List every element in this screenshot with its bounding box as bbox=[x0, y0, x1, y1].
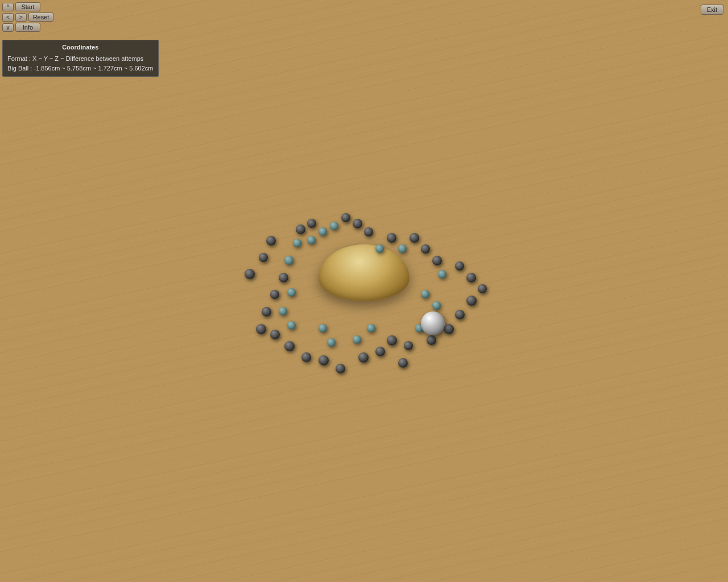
reset-button[interactable]: Reset bbox=[28, 13, 53, 22]
ball-2 bbox=[266, 236, 276, 246]
ball-35 bbox=[455, 261, 464, 271]
controls-row-1: ^ Start bbox=[2, 2, 53, 11]
ball-45 bbox=[341, 213, 350, 222]
arrow-down-button[interactable]: v bbox=[2, 23, 14, 32]
info-panel-title: Coordinates bbox=[7, 43, 154, 53]
ball-47 bbox=[318, 227, 327, 236]
ball-0 bbox=[245, 269, 255, 279]
start-button[interactable]: Start bbox=[15, 2, 40, 11]
ball-44 bbox=[353, 219, 362, 228]
ball-12 bbox=[287, 321, 296, 330]
controls-row-3: v Info bbox=[2, 23, 53, 32]
ball-8 bbox=[262, 307, 271, 317]
ball-46 bbox=[330, 222, 338, 230]
ball-51 bbox=[421, 311, 445, 335]
info-button[interactable]: Info bbox=[15, 23, 40, 32]
ball-50 bbox=[307, 236, 316, 244]
ball-48 bbox=[307, 219, 316, 228]
ball-25 bbox=[404, 341, 413, 350]
ball-26 bbox=[415, 324, 424, 332]
ball-37 bbox=[432, 256, 442, 265]
ball-22 bbox=[375, 347, 385, 356]
ball-17 bbox=[318, 355, 329, 365]
ball-24 bbox=[398, 358, 408, 368]
arrow-up-button[interactable]: ^ bbox=[2, 3, 14, 11]
ball-23 bbox=[387, 335, 397, 346]
ball-19 bbox=[353, 335, 361, 344]
ball-32 bbox=[432, 301, 441, 310]
ball-4 bbox=[293, 239, 301, 247]
ball-39 bbox=[410, 233, 419, 243]
ball-27 bbox=[427, 335, 436, 345]
ball-38 bbox=[421, 244, 430, 253]
ball-36 bbox=[438, 270, 446, 278]
ball-15 bbox=[318, 324, 327, 332]
ball-3 bbox=[284, 256, 293, 265]
ball-13 bbox=[284, 341, 295, 351]
ball-5 bbox=[279, 273, 288, 282]
ball-9 bbox=[279, 307, 287, 315]
ball-41 bbox=[387, 233, 396, 243]
ball-34 bbox=[466, 273, 476, 282]
ball-49 bbox=[296, 225, 305, 234]
ball-30 bbox=[466, 296, 477, 306]
ball-10 bbox=[256, 324, 266, 334]
ball-18 bbox=[336, 364, 345, 373]
ball-6 bbox=[270, 290, 279, 299]
ball-31 bbox=[478, 284, 487, 293]
ball-14 bbox=[301, 352, 311, 362]
ball-16 bbox=[327, 338, 336, 347]
ball-42 bbox=[375, 244, 384, 253]
central-mound bbox=[318, 244, 410, 301]
info-panel: Coordinates Format : X ~ Y ~ Z ~ Differe… bbox=[2, 40, 159, 77]
ball-43 bbox=[364, 227, 373, 236]
arrow-left-button[interactable]: < bbox=[2, 13, 14, 22]
info-big-ball-line: Big Ball : -1.856cm ~ 5.758cm ~ 1.727cm … bbox=[7, 64, 154, 74]
ball-40 bbox=[398, 244, 407, 253]
info-format-line: Format : X ~ Y ~ Z ~ Difference between … bbox=[7, 54, 154, 64]
ball-33 bbox=[421, 290, 429, 298]
controls-row-2: < > Reset bbox=[2, 13, 53, 22]
exit-button[interactable]: Exit bbox=[701, 5, 723, 15]
ball-7 bbox=[287, 288, 296, 297]
ball-28 bbox=[444, 324, 454, 334]
ball-29 bbox=[455, 310, 465, 319]
ball-11 bbox=[270, 330, 280, 339]
ball-1 bbox=[259, 253, 268, 262]
arrow-right-button[interactable]: > bbox=[15, 13, 27, 22]
controls-panel: ^ Start < > Reset v Info bbox=[2, 2, 53, 32]
ball-20 bbox=[367, 324, 375, 332]
ball-21 bbox=[358, 352, 369, 363]
